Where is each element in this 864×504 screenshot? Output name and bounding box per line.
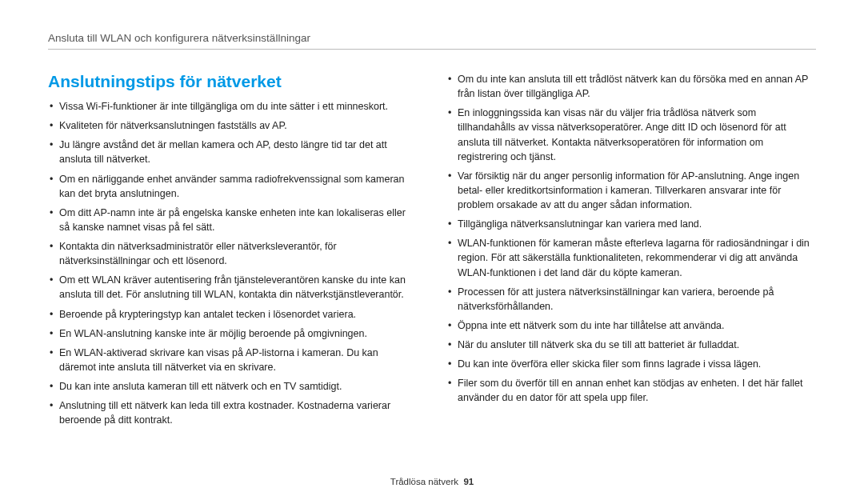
page-footer: Trådlösa nätverk 91 bbox=[0, 477, 864, 486]
list-item: Anslutning till ett nätverk kan leda til… bbox=[48, 398, 418, 427]
page-number: 91 bbox=[463, 477, 474, 486]
list-item: Tillgängliga nätverksanslutningar kan va… bbox=[446, 217, 816, 231]
left-column: Anslutningstips för nätverket Vissa Wi-F… bbox=[48, 72, 418, 432]
list-item: Kvaliteten för nätverksanslutningen fast… bbox=[48, 118, 418, 133]
content-columns: Anslutningstips för nätverket Vissa Wi-F… bbox=[48, 72, 816, 432]
list-item: Om en närliggande enhet använder samma r… bbox=[48, 172, 418, 201]
list-item: Beroende på krypteringstyp kan antalet t… bbox=[48, 307, 418, 322]
list-item: Du kan inte överföra eller skicka filer … bbox=[446, 357, 816, 371]
list-item: Kontakta din nätverksadministratör eller… bbox=[48, 239, 418, 268]
list-item: En WLAN-aktiverad skrivare kan visas på … bbox=[48, 346, 418, 374]
page: Ansluta till WLAN och konfigurera nätver… bbox=[0, 0, 864, 504]
footer-label: Trådlösa nätverk bbox=[390, 477, 458, 486]
list-item: Om ett WLAN kräver autentisering från tj… bbox=[48, 273, 418, 302]
section-heading: Anslutningstips för nätverket bbox=[48, 72, 418, 91]
list-item: Om ditt AP-namn inte är på engelska kans… bbox=[48, 206, 418, 234]
list-item: Du kan inte ansluta kameran till ett nät… bbox=[48, 379, 418, 394]
list-item: En inloggningssida kan visas när du välj… bbox=[446, 106, 816, 164]
right-column: Om du inte kan ansluta till ett trådlöst… bbox=[446, 72, 816, 432]
list-item: Processen för att justera nätverksinstäl… bbox=[446, 285, 816, 314]
list-item: En WLAN-anslutning kanske inte är möjlig… bbox=[48, 326, 418, 341]
list-item: När du ansluter till nätverk ska du se t… bbox=[446, 338, 816, 352]
list-item: Filer som du överför till en annan enhet… bbox=[446, 376, 816, 405]
breadcrumb: Ansluta till WLAN och konfigurera nätver… bbox=[48, 32, 816, 50]
right-list: Om du inte kan ansluta till ett trådlöst… bbox=[446, 72, 816, 406]
left-list: Vissa Wi-Fi-funktioner är inte tillgängl… bbox=[48, 99, 418, 427]
list-item: Var försiktig när du anger personlig inf… bbox=[446, 169, 816, 212]
list-item: Öppna inte ett nätverk som du inte har t… bbox=[446, 318, 816, 333]
list-item: Om du inte kan ansluta till ett trådlöst… bbox=[446, 72, 816, 101]
list-item: Vissa Wi-Fi-funktioner är inte tillgängl… bbox=[48, 99, 418, 114]
list-item: WLAN-funktionen för kameran måste efterl… bbox=[446, 236, 816, 279]
list-item: Ju längre avstånd det är mellan kamera o… bbox=[48, 138, 418, 166]
